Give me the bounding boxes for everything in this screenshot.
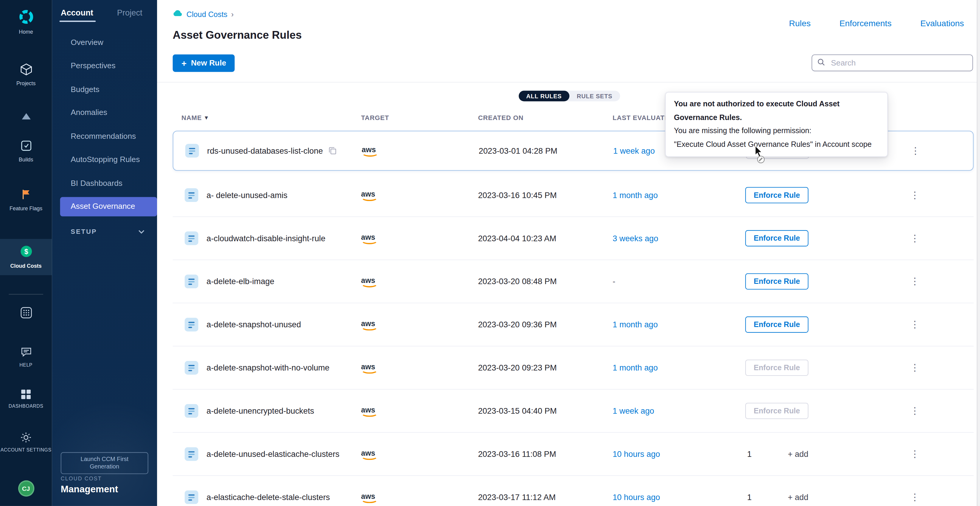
rules-top-nav: Rules Enforcements Evaluations <box>789 19 964 28</box>
breadcrumb-separator: › <box>231 10 234 19</box>
rail-item-collapsed[interactable] <box>0 113 52 121</box>
table-row[interactable]: a-delete-unused-elasticache-clusters aws… <box>173 433 974 476</box>
last-evaluated-value: 1 month ago <box>612 320 658 329</box>
enforcement-count: 1 <box>747 493 751 502</box>
aws-logo-icon: aws <box>361 319 375 331</box>
rule-name: a-delete-elb-image <box>207 277 274 286</box>
kebab-menu-icon[interactable]: ⋮ <box>908 233 921 244</box>
add-enforcement-link[interactable]: + add <box>788 449 808 459</box>
sidebar-item-budgets[interactable]: Budgets <box>52 78 157 101</box>
enforce-rule-button[interactable]: Enforce Rule <box>745 403 808 419</box>
table-row[interactable]: a-delete-snapshot-with-no-volume aws 202… <box>173 346 974 390</box>
search-box[interactable] <box>811 54 973 71</box>
last-evaluated-value: - <box>612 277 615 286</box>
sidebar-item-recommendations[interactable]: Recommendations <box>52 124 157 148</box>
rail-item-dashboards[interactable]: DASHBOARDS <box>0 389 52 409</box>
sidebar-item-asset-governance[interactable]: Asset Governance <box>60 197 157 216</box>
enforcement-count: 1 <box>747 449 751 459</box>
launch-ccm-first-gen-button[interactable]: Launch CCM First Generation <box>61 452 148 474</box>
apps-grid-icon <box>19 306 33 321</box>
rule-icon <box>185 188 199 202</box>
cube-icon <box>19 63 33 78</box>
search-input[interactable] <box>830 58 967 68</box>
column-header-target: TARGET <box>361 114 389 121</box>
kebab-menu-icon[interactable]: ⋮ <box>909 145 921 156</box>
nav-rules[interactable]: Rules <box>789 19 810 28</box>
column-header-name[interactable]: NAME ▾ <box>181 114 208 121</box>
rail-item-cloud-costs[interactable]: $ Cloud Costs <box>0 239 52 275</box>
sidebar-item-bi-dashboards[interactable]: BI Dashboards <box>52 171 157 195</box>
chat-bubble-icon <box>20 346 32 360</box>
sort-caret-icon: ▾ <box>205 114 208 121</box>
sidebar-item-overview[interactable]: Overview <box>52 31 157 54</box>
created-on-value: 2023-03-16 10:45 PM <box>478 190 557 200</box>
tab-rule-sets[interactable]: RULE SETS <box>569 91 620 102</box>
tab-all-rules[interactable]: ALL RULES <box>519 91 570 102</box>
rule-icon <box>185 274 199 288</box>
dollar-coin-icon: $ <box>19 244 33 260</box>
nav-enforcements[interactable]: Enforcements <box>839 19 891 28</box>
table-row[interactable]: a- delete-unused-amis aws 2023-03-16 10:… <box>173 174 974 217</box>
rail-item-help[interactable]: HELP <box>0 346 52 368</box>
aws-logo-icon: aws <box>361 492 375 503</box>
table-row[interactable]: a-cloudwatch-disable-insight-rule aws 20… <box>173 217 974 260</box>
tab-account[interactable]: Account <box>61 8 93 22</box>
app-window: Home Projects Builds Feature Flags <box>0 0 980 506</box>
kebab-menu-icon[interactable]: ⋮ <box>908 492 921 503</box>
enforce-rule-button[interactable]: Enforce Rule <box>745 187 808 203</box>
rail-item-builds[interactable]: Builds <box>0 139 52 163</box>
kebab-menu-icon[interactable]: ⋮ <box>908 362 921 373</box>
tab-project[interactable]: Project <box>117 8 142 22</box>
footer-eyebrow: CLOUD COST <box>61 475 118 482</box>
rule-icon <box>185 232 199 245</box>
rule-name: a-delete-unused-elasticache-clusters <box>207 449 339 459</box>
enforce-rule-button[interactable]: Enforce Rule <box>745 273 808 290</box>
table-row[interactable]: a-delete-unencrypted-buckets aws 2023-03… <box>173 390 974 433</box>
rail-item-projects[interactable]: Projects <box>0 63 52 86</box>
permission-tooltip: You are not authorized to execute Cloud … <box>665 92 888 157</box>
created-on-value: 2023-03-17 11:12 AM <box>478 493 556 502</box>
rules-view-toggle: ALL RULES RULE SETS <box>519 91 620 102</box>
kebab-menu-icon[interactable]: ⋮ <box>908 189 921 201</box>
rail-item-account-settings[interactable]: ACCOUNT SETTINGS <box>0 431 52 453</box>
rail-item-module-picker[interactable] <box>0 306 52 321</box>
kebab-menu-icon[interactable]: ⋮ <box>908 276 921 287</box>
table-row[interactable]: a-delete-elb-image aws 2023-03-20 08:48 … <box>173 260 974 303</box>
table-row[interactable]: a-elasticache-delete-stale-clusters aws … <box>173 476 974 506</box>
table-row[interactable]: a-delete-snapshot-unused aws 2023-03-20 … <box>173 303 974 346</box>
breadcrumb: Cloud Costs › <box>173 9 234 19</box>
last-evaluated-value: 1 month ago <box>612 190 658 200</box>
builds-icon <box>19 139 33 154</box>
aws-logo-icon: aws <box>362 145 376 157</box>
last-evaluated-value: 3 weeks ago <box>612 233 658 243</box>
rule-icon <box>185 447 199 461</box>
copy-icon[interactable] <box>328 146 336 155</box>
add-enforcement-link[interactable]: + add <box>788 493 808 502</box>
sidebar-item-perspectives[interactable]: Perspectives <box>52 54 157 78</box>
cloud-icon <box>173 9 183 19</box>
created-on-value: 2023-03-20 08:48 PM <box>478 277 557 286</box>
vertical-scrollbar[interactable] <box>977 0 980 506</box>
last-evaluated-value: 10 hours ago <box>612 449 660 459</box>
main-content: Cloud Costs › Asset Governance Rules Rul… <box>157 0 980 506</box>
breadcrumb-cloud-costs-link[interactable]: Cloud Costs <box>186 10 228 19</box>
kebab-menu-icon[interactable]: ⋮ <box>908 405 921 417</box>
sidebar-item-autostopping-rules[interactable]: AutoStopping Rules <box>52 148 157 171</box>
sidebar-item-anomalies[interactable]: Anomalies <box>52 101 157 124</box>
nav-evaluations[interactable]: Evaluations <box>920 19 964 28</box>
enforce-rule-button[interactable]: Enforce Rule <box>745 230 808 247</box>
rail-item-home[interactable]: Home <box>0 9 52 35</box>
rule-icon <box>185 404 199 418</box>
kebab-menu-icon[interactable]: ⋮ <box>908 319 921 330</box>
rail-item-feature-flags[interactable]: Feature Flags <box>0 188 52 211</box>
enforce-rule-button[interactable]: Enforce Rule <box>745 360 808 376</box>
enforce-rule-button[interactable]: Enforce Rule <box>745 317 808 333</box>
user-avatar[interactable]: CJ <box>18 481 34 497</box>
new-rule-button[interactable]: + New Rule <box>173 54 235 72</box>
search-icon <box>817 57 826 68</box>
rules-table: rds-unused-databases-list-clone aws 2023… <box>173 131 974 506</box>
sidebar-item-setup[interactable]: SETUP <box>52 227 157 235</box>
rule-name: a- delete-unused-amis <box>207 190 288 200</box>
kebab-menu-icon[interactable]: ⋮ <box>908 449 921 460</box>
created-on-value: 2023-03-01 04:28 PM <box>479 146 557 155</box>
